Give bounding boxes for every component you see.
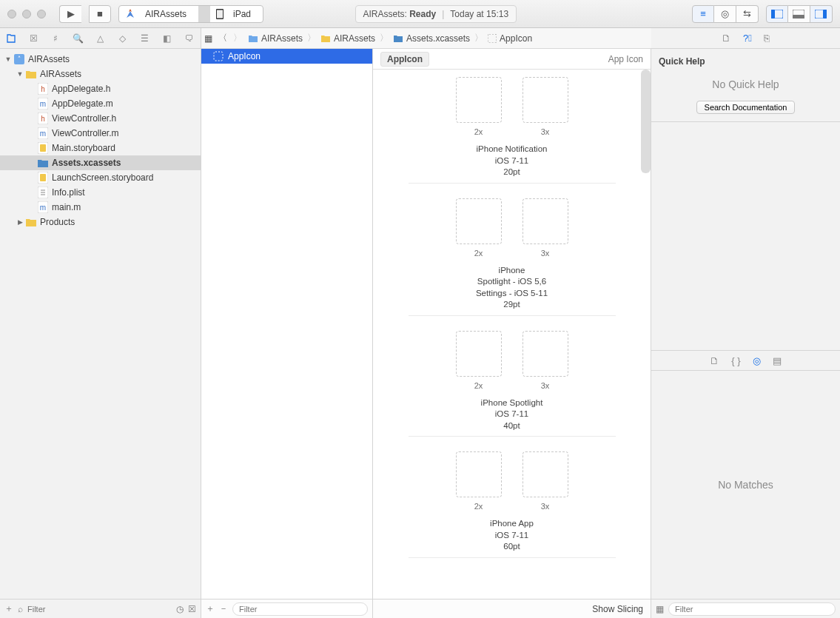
project-tree[interactable]: ▼AIRAssets▼AIRAssetshAppDelegate.hmAppDe… — [0, 49, 201, 599]
file-inspector-tab[interactable]: 🗋 — [722, 33, 731, 44]
icon-slot[interactable]: 3x — [523, 451, 568, 511]
tree-row[interactable]: mAppDelegate.m — [0, 96, 201, 111]
issue-navigator-tab[interactable]: △ — [93, 32, 107, 45]
asset-row-label: AppIcon — [228, 51, 261, 61]
image-well[interactable] — [523, 198, 568, 244]
zoom-window-button[interactable] — [37, 10, 46, 19]
debug-navigator-tab[interactable]: ☰ — [138, 32, 152, 45]
stop-button[interactable]: ■ — [89, 5, 111, 23]
window-controls — [7, 10, 46, 19]
quick-help-inspector-tab[interactable]: ?⃝ — [743, 33, 752, 44]
media-library-tab[interactable]: ▤ — [773, 355, 782, 366]
minimize-window-button[interactable] — [22, 10, 31, 19]
jumpbar-item-0[interactable]: AIRAssets — [245, 33, 306, 44]
tree-row[interactable]: hAppDelegate.h — [0, 81, 201, 96]
library-tabs[interactable]: 🗋 { } ◎ ▤ — [651, 350, 840, 371]
show-slicing-button[interactable]: Show Slicing — [592, 604, 643, 614]
toggle-navigator-button[interactable] — [766, 5, 788, 23]
run-button[interactable]: ▶ — [59, 5, 81, 23]
svg-rect-13 — [38, 112, 48, 124]
icon-slot[interactable]: 3x — [523, 331, 568, 390]
asset-list[interactable]: AppIcon — [201, 49, 372, 599]
disclosure-icon[interactable]: ▼ — [3, 56, 13, 63]
library-filter-input[interactable] — [668, 602, 836, 616]
disclosure-icon[interactable]: ▶ — [15, 218, 25, 226]
recent-filter-icon[interactable]: ◷ — [176, 604, 184, 614]
grid-view-icon[interactable]: ▦ — [656, 604, 664, 614]
tree-row[interactable]: mViewController.m — [0, 126, 201, 141]
jump-bar[interactable]: ▦ 〈 〉 AIRAssets 〉 AIRAssets 〉 Assets.xca… — [201, 28, 651, 49]
symbol-navigator-tab[interactable]: ♯ — [49, 32, 62, 45]
panel-toggle-segment[interactable] — [766, 5, 833, 23]
image-well[interactable] — [523, 77, 568, 123]
image-well[interactable] — [523, 451, 568, 497]
add-icon[interactable]: ＋ — [4, 602, 13, 615]
scheme-selector[interactable]: AIRAssets iPad — [118, 5, 263, 23]
tree-row[interactable]: ▼AIRAssets — [0, 52, 201, 67]
appicon-icon — [488, 34, 497, 43]
tree-row[interactable]: mmain.m — [0, 200, 201, 215]
tree-row[interactable]: Main.storyboard — [0, 141, 201, 155]
search-documentation-button[interactable]: Search Documentation — [696, 101, 796, 114]
tree-row[interactable]: ▶Products — [0, 215, 201, 229]
icon-slot[interactable]: 3x — [523, 77, 568, 136]
standard-editor-button[interactable]: ≡ — [692, 5, 714, 23]
source-control-navigator-tab[interactable]: ☒ — [27, 32, 40, 45]
icon-slot[interactable]: 2x — [456, 198, 502, 258]
scale-label: 3x — [541, 127, 550, 136]
report-navigator-tab[interactable]: 🗨 — [183, 32, 196, 45]
related-items-icon[interactable]: ▦ — [201, 33, 215, 44]
add-asset-button[interactable]: ＋ — [206, 602, 215, 615]
status-time: Today at 15:13 — [450, 9, 508, 19]
disclosure-icon[interactable]: ▼ — [15, 70, 25, 78]
scale-label: 2x — [474, 502, 483, 511]
project-navigator-tab[interactable] — [4, 32, 18, 45]
navigator-tabs[interactable]: ☒ ♯ 🔍 △ ◇ ☰ ◧ 🗨 — [0, 28, 201, 49]
asset-filter-input[interactable] — [232, 602, 368, 616]
tree-item-label: Main.storyboard — [52, 143, 115, 153]
icon-slot[interactable]: 2x — [456, 451, 502, 511]
version-editor-button[interactable]: ⇆ — [736, 5, 759, 23]
assistant-editor-button[interactable]: ◎ — [714, 5, 736, 23]
asset-editor-body[interactable]: 2x3xiPhone NotificationiOS 7-1120pt2x3xi… — [373, 70, 651, 599]
svg-rect-7 — [823, 10, 827, 19]
back-button[interactable]: 〈 — [215, 32, 230, 44]
asset-row[interactable]: AppIcon — [201, 49, 372, 64]
tree-row[interactable]: Info.plist — [0, 185, 201, 200]
icon-slot[interactable]: 2x — [456, 331, 502, 390]
scale-label: 2x — [474, 127, 483, 136]
tree-row[interactable]: hViewController.h — [0, 111, 201, 126]
toggle-debug-area-button[interactable] — [788, 5, 810, 23]
tree-row[interactable]: Assets.xcassets — [0, 155, 201, 170]
scrollbar[interactable] — [641, 70, 651, 173]
image-well[interactable] — [523, 331, 568, 377]
close-window-button[interactable] — [7, 10, 16, 19]
image-well[interactable] — [456, 451, 502, 497]
inspector-tabs[interactable]: 🗋 ?⃝ ⎘ — [651, 28, 840, 49]
attributes-inspector-tab[interactable]: ⎘ — [764, 33, 770, 44]
slot-group-caption: iPhone AppiOS 7-1160pt — [409, 518, 616, 553]
tree-row[interactable]: ▼AIRAssets — [0, 67, 201, 81]
object-library-tab[interactable]: ◎ — [753, 355, 761, 366]
remove-asset-button[interactable]: － — [219, 602, 228, 615]
icon-slot[interactable]: 2x — [456, 77, 502, 136]
breakpoint-navigator-tab[interactable]: ◧ — [161, 32, 174, 45]
tree-row[interactable]: LaunchScreen.storyboard — [0, 170, 201, 185]
scm-filter-icon[interactable]: ☒ — [188, 604, 196, 614]
jumpbar-item-3[interactable]: AppIcon — [485, 33, 535, 44]
file-template-library-tab[interactable]: 🗋 — [710, 355, 719, 366]
toggle-inspector-button[interactable] — [810, 5, 833, 23]
jumpbar-item-2[interactable]: Assets.xcassets — [390, 33, 473, 44]
forward-button[interactable]: 〉 — [230, 32, 245, 44]
test-navigator-tab[interactable]: ◇ — [116, 32, 130, 45]
image-well[interactable] — [456, 77, 502, 123]
image-well[interactable] — [456, 198, 502, 244]
editor-mode-segment[interactable]: ≡ ◎ ⇆ — [692, 5, 759, 23]
navigator-filter-input[interactable] — [27, 602, 172, 616]
tree-item-label: ViewController.m — [52, 128, 118, 138]
image-well[interactable] — [456, 331, 502, 377]
code-snippet-library-tab[interactable]: { } — [731, 355, 740, 366]
icon-slot[interactable]: 3x — [523, 198, 568, 258]
find-navigator-tab[interactable]: 🔍 — [71, 32, 84, 45]
jumpbar-item-1[interactable]: AIRAssets — [317, 33, 378, 44]
